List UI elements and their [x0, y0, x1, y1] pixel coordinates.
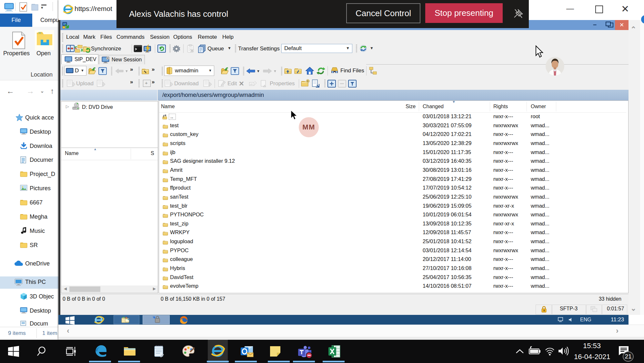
svg-text:ab: ab: [250, 83, 253, 86]
